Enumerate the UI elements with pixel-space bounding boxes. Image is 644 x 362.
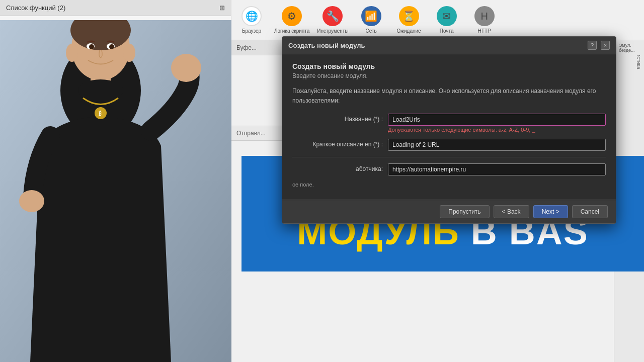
svg-point-15 [109, 44, 114, 49]
dev-site-label: аботчика: [292, 163, 383, 172]
name-error-message: Допускаются только следующие символы: a-… [388, 127, 606, 133]
required-note: ое поле. [292, 182, 606, 188]
modal-help-button[interactable]: ? [588, 41, 597, 50]
http-label: HTTP [478, 28, 491, 34]
tools-icon: 🔧 [323, 6, 343, 26]
modal-body: Создать новый модуль Введите описание мо… [282, 54, 616, 200]
icon-group-network: 📶 Сеть [356, 6, 386, 34]
short-desc-field-row: Краткое описание en (*) : [292, 139, 606, 151]
person-overlay: ₿ [0, 0, 267, 362]
name-input[interactable] [388, 114, 606, 126]
modal-dialog: Создать новый модуль ? × Создать новый м… [282, 36, 616, 224]
modal-subheading: Введите описание модуля. [292, 72, 606, 79]
name-field-group: Допускаются только следующие символы: a-… [388, 114, 606, 133]
svg-point-14 [89, 44, 94, 49]
short-desc-input[interactable] [388, 139, 606, 151]
icon-group-http: H HTTP [469, 6, 500, 34]
tools-label: Инструменты [317, 28, 348, 34]
icon-group-wait: ⏳ Ожидание [394, 6, 424, 34]
logic-label: Логика скрипта [274, 28, 309, 34]
modal-controls: ? × [588, 41, 610, 50]
name-field-row: Название (*) : Допускаются только следую… [292, 114, 606, 133]
emul-label: Эмул. безде... [619, 43, 635, 53]
wait-icon: ⏳ [399, 6, 419, 26]
next-button[interactable]: Next > [533, 205, 568, 218]
logic-icon: ⚙ [282, 6, 302, 26]
dev-site-row: аботчика: [292, 163, 606, 175]
svg-text:₿: ₿ [99, 111, 102, 117]
network-icon: 📶 [361, 6, 381, 26]
icons-row: 🌐 Браузер ⚙ Логика скрипта 🔧 Инструменты… [231, 0, 644, 40]
svg-point-5 [78, 79, 123, 102]
modal-heading: Создать новый модуль [292, 62, 606, 70]
svg-point-7 [19, 190, 44, 212]
modal-description: Пожалуйста, введите название модуля и оп… [292, 86, 606, 106]
mail-icon: ✉ [437, 6, 457, 26]
svg-point-11 [123, 44, 135, 62]
name-label: Название (*) : [292, 114, 383, 123]
short-desc-label: Краткое описание en (*) : [292, 139, 383, 148]
modal-title-text: Создать новый модуль [288, 42, 365, 49]
modal-close-button[interactable]: × [601, 41, 610, 50]
cancel-button[interactable]: Cancel [572, 205, 608, 218]
http-icon: H [474, 6, 495, 26]
mail-label: Почта [440, 28, 454, 34]
skip-button[interactable]: Пропустить [440, 205, 489, 218]
modal-titlebar: Создать новый модуль ? × [282, 37, 616, 54]
modal-footer: Пропустить < Back Next > Cancel [282, 200, 616, 223]
icon-group-mail: ✉ Почта [432, 6, 462, 34]
icon-group-logic: ⚙ Логика скрипта [274, 6, 309, 34]
svg-point-10 [66, 44, 78, 62]
emul-panel: Эмул. безде... [616, 40, 644, 55]
modal-separator [292, 157, 606, 157]
person-silhouette: ₿ [0, 20, 231, 362]
dev-site-input[interactable] [388, 163, 606, 175]
wait-label: Ожидание [397, 28, 421, 34]
svg-point-6 [171, 54, 201, 82]
back-button[interactable]: < Back [494, 205, 529, 218]
icon-group-tools: 🔧 Инструменты [317, 6, 348, 34]
network-label: Сеть [366, 28, 377, 34]
